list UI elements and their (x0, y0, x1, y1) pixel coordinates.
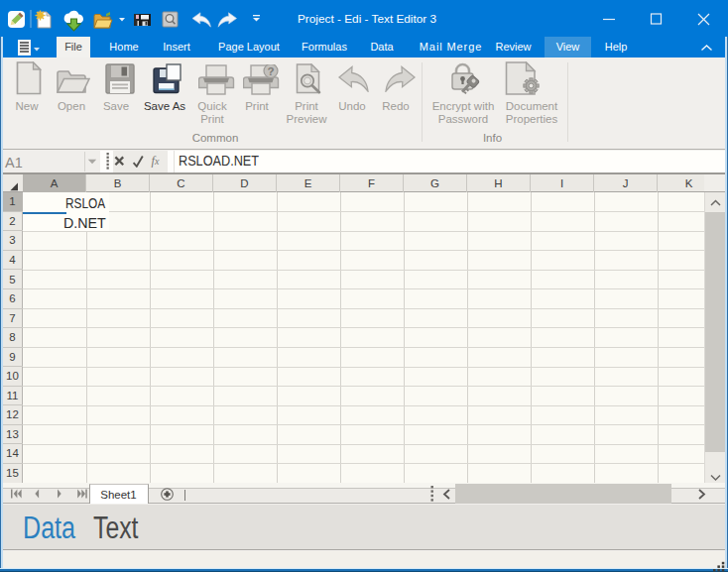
svg-text:?: ? (267, 65, 274, 77)
